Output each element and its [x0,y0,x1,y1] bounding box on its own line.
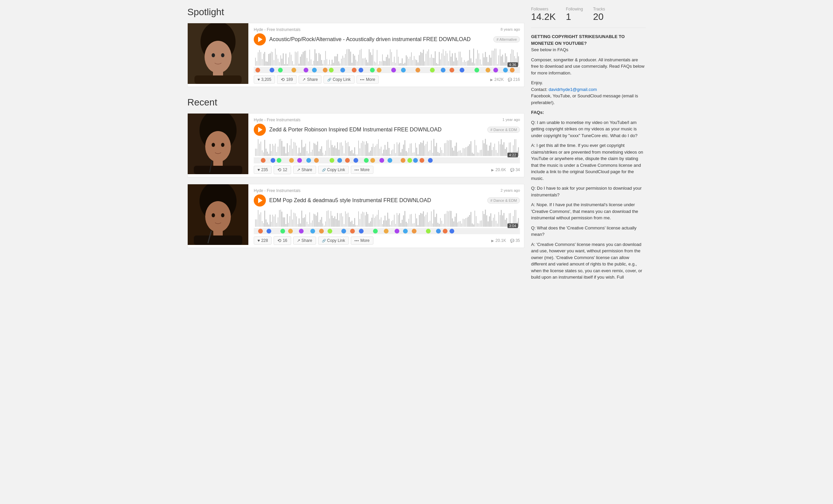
track-artist-recent-1: Hyde - Free Instrumentals [254,188,301,193]
link-icon-spotlight [327,77,331,82]
comment-count-recent-1: 35 [510,238,520,243]
svg-point-5 [212,53,215,57]
repost-icon-recent-1 [277,238,281,243]
sidebar-bio: GETTING COPYRIGHT STRIKES/UNABLE TO MONE… [531,33,646,281]
comment-icon-spotlight [508,77,512,82]
track-header-recent-1: Hyde - Free Instrumentals 2 years ago [254,188,520,193]
main-content: Spotlight [187,7,524,284]
repost-button-spotlight[interactable]: 189 [277,75,296,84]
like-button-recent-1[interactable]: 228 [254,237,271,245]
like-count-recent-1: 228 [261,238,268,243]
more-button-recent-1[interactable]: More [351,237,373,245]
share-label-spotlight: Share [307,77,318,82]
artwork-face-svg [188,23,248,84]
track-title-row-spotlight: Acoustic/Pop/Rock/Alternative - Acoustic… [254,33,520,46]
sidebar-stats: Followers 14.2K Following 1 Tracks 20 [531,7,646,28]
repost-count-recent-1: 16 [283,238,287,243]
bio-intro: Composer, songwriter & producer. All ins… [531,56,646,76]
waveform-recent-1[interactable]: 3:04 [254,209,520,235]
share-button-spotlight[interactable]: Share [299,75,322,83]
more-button-recent-0[interactable]: More [351,166,373,174]
recent-track-card-0: Hyde - Free Instrumentals 1 year ago Zed… [187,113,524,177]
share-icon-recent-1 [297,238,300,243]
link-icon-recent-0 [322,167,326,172]
duration-badge-recent-1: 3:04 [507,223,518,228]
svg-point-12 [212,143,215,147]
spotlight-section: Spotlight [187,7,524,87]
play-count-recent-0: 20.6K [491,167,506,172]
bio-faq-q3: Q: What does the 'Creative Commons' lice… [531,225,646,238]
bio-faq-q1: Q: I am unable to monetise my video on Y… [531,119,646,139]
svg-rect-11 [194,166,242,174]
track-tag-recent-0: # Dance & EDM [487,127,520,133]
waveform-recent-0[interactable]: 4:22 [254,139,520,164]
copy-link-button-spotlight[interactable]: Copy Link [324,75,354,83]
page-wrapper: Spotlight [181,0,652,291]
artwork-face-svg-0 [188,114,248,174]
like-button-spotlight[interactable]: 3,205 [254,75,275,83]
repost-button-recent-1[interactable]: 16 [273,236,291,245]
track-title-row-recent-0: Zedd & Porter Robinson Inspired EDM Inst… [254,124,520,136]
play-button-recent-0[interactable] [254,124,266,136]
repost-button-recent-0[interactable]: 12 [273,165,291,174]
play-count-icon-spotlight [490,77,493,82]
more-icon-recent-1 [355,238,359,243]
recent-section: Recent [187,97,524,248]
comment-count-recent-0: 34 [510,167,520,172]
track-title-spotlight: Acoustic/Pop/Rock/Alternative - Acoustic… [269,37,490,43]
share-button-recent-1[interactable]: Share [293,237,316,245]
waveform-bars-recent-0[interactable] [254,139,520,156]
track-time-recent-0: 1 year ago [502,118,520,122]
duration-badge-recent-0: 4:22 [507,152,518,157]
comment-strip-spotlight [254,67,520,73]
copy-link-button-recent-0[interactable]: Copy Link [318,166,349,174]
comment-count-spotlight: 216 [508,77,520,82]
svg-point-17 [205,201,231,232]
share-button-recent-0[interactable]: Share [293,166,316,174]
play-button-recent-1[interactable] [254,194,266,207]
track-stats-recent-1: 20.1K 35 [491,238,520,243]
bio-faq-a1: A: I get this all the time. If you ever … [531,142,646,182]
more-label-spotlight: More [366,77,375,82]
repost-count-recent-0: 12 [283,167,287,172]
tracks-value: 20 [593,11,605,22]
duration-badge-spotlight: 4:36 [507,62,518,67]
svg-point-13 [221,143,224,147]
heart-icon-recent-1 [258,238,260,243]
more-label-recent-1: More [360,238,369,243]
repost-count-spotlight: 189 [286,77,293,82]
bio-email-link[interactable]: davidrhyde1@gmail.com [549,87,597,92]
copy-link-label-recent-1: Copy Link [327,238,345,243]
like-count-recent-0: 235 [261,167,268,172]
followers-value: 14.2K [531,11,556,22]
followers-label: Followers [531,7,556,11]
play-count-spotlight: 242K [490,77,504,82]
bio-faq-q2: Q: Do I have to ask for your permission … [531,185,646,198]
waveform-spotlight[interactable]: 4:36 [254,48,520,74]
svg-point-20 [212,213,215,217]
track-stats-recent-0: 20.6K 34 [491,167,520,172]
copy-link-button-recent-1[interactable]: Copy Link [318,237,349,245]
track-actions-recent-1: 228 16 Share Copy Link [254,236,520,245]
like-button-recent-0[interactable]: 235 [254,166,271,174]
track-body-recent-0: Hyde - Free Instrumentals 1 year ago Zed… [254,114,524,177]
svg-point-9 [205,131,231,162]
more-button-spotlight[interactable]: More [357,75,379,83]
waveform-bars-recent-1[interactable] [254,209,520,227]
bio-faq-a2: A: Nope. If I have put the instrumental'… [531,201,646,221]
track-title-row-recent-1: EDM Pop Zedd & deadmau5 style Instrument… [254,194,520,207]
track-artist-recent-0: Hyde - Free Instrumentals [254,118,301,122]
link-icon-recent-1 [322,238,326,243]
track-artwork-recent-1 [188,184,248,245]
comment-strip-recent-0 [254,157,520,163]
sidebar-stat-followers: Followers 14.2K [531,7,556,22]
sidebar: Followers 14.2K Following 1 Tracks 20 GE… [531,7,646,284]
svg-point-21 [221,213,224,217]
track-time-recent-1: 2 years ago [501,188,520,192]
waveform-bars-spotlight[interactable] [254,48,520,66]
play-button-spotlight[interactable] [254,33,266,46]
track-title-recent-1: EDM Pop Zedd & deadmau5 style Instrument… [269,197,484,203]
spotlight-title: Spotlight [187,7,524,18]
track-header-recent-0: Hyde - Free Instrumentals 1 year ago [254,118,520,122]
track-tag-spotlight: # Alternative [493,37,520,43]
